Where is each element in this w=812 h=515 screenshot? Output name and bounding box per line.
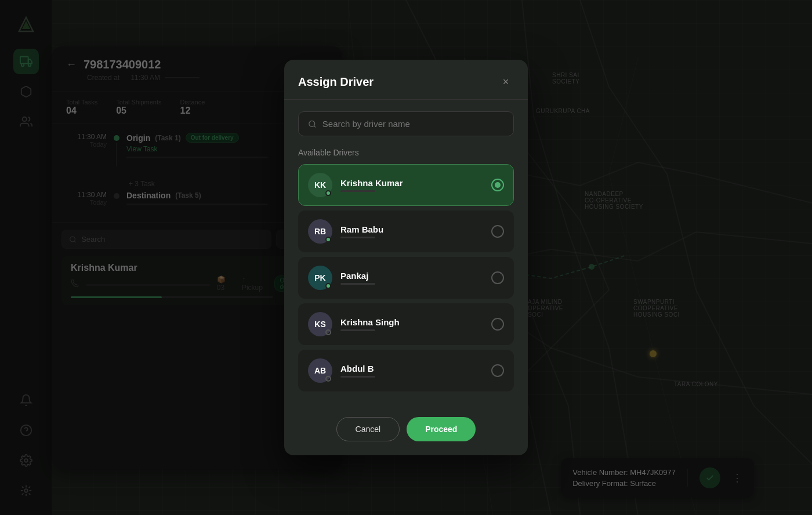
driver-radio-pk[interactable] — [491, 271, 504, 284]
driver-avatar-pk: PK — [308, 266, 332, 290]
driver-avatar-rb: RB — [308, 219, 332, 244]
driver-option-name: Ram Babu — [340, 224, 483, 234]
modal-search-icon — [308, 119, 317, 129]
driver-radio-ab[interactable] — [491, 364, 504, 377]
svg-point-13 — [309, 121, 315, 126]
available-drivers-label: Available Drivers — [298, 148, 514, 157]
modal-header: Assign Driver × — [284, 60, 528, 100]
driver-avatar-ab: AB — [308, 358, 332, 383]
cancel-button[interactable]: Cancel — [336, 417, 400, 441]
driver-option-pk[interactable]: PK Pankaj — [298, 257, 514, 299]
driver-search-input[interactable] — [322, 119, 504, 129]
driver-option-name: Abdul B — [340, 364, 483, 373]
driver-info-pk: Pankaj — [340, 271, 483, 285]
modal-footer: Cancel Proceed — [284, 408, 528, 455]
modal-close-button[interactable]: × — [498, 74, 514, 90]
modal-overlay[interactable]: Assign Driver × Available Drivers KK Kri… — [0, 0, 812, 515]
driver-option-ab[interactable]: AB Abdul B — [298, 350, 514, 391]
driver-option-rb[interactable]: RB Ram Babu — [298, 211, 514, 252]
driver-option-bar — [340, 190, 375, 192]
driver-option-bar — [340, 376, 375, 378]
driver-avatar-kk: KK — [308, 173, 332, 197]
driver-radio-kk[interactable] — [491, 179, 504, 191]
driver-radio-ks[interactable] — [491, 318, 504, 331]
driver-info-ks: Krishna Singh — [340, 317, 483, 331]
driver-option-bar — [340, 283, 375, 285]
modal-title: Assign Driver — [298, 75, 374, 89]
driver-option-name: Pankaj — [340, 271, 483, 281]
assign-driver-modal: Assign Driver × Available Drivers KK Kri… — [284, 60, 528, 455]
driver-info-rb: Ram Babu — [340, 224, 483, 238]
modal-body: Available Drivers KK Krishna Kumar RB Ra… — [284, 100, 528, 408]
driver-option-bar — [340, 237, 375, 238]
driver-option-bar — [340, 329, 375, 331]
driver-radio-rb[interactable] — [491, 225, 504, 238]
drivers-list: KK Krishna Kumar RB Ram Babu PK — [298, 164, 514, 391]
driver-avatar-ks: KS — [308, 312, 332, 336]
driver-info-kk: Krishna Kumar — [340, 178, 483, 192]
driver-option-name: Krishna Singh — [340, 317, 483, 327]
driver-info-ab: Abdul B — [340, 364, 483, 378]
driver-option-name: Krishna Kumar — [340, 178, 483, 188]
driver-search-box[interactable] — [298, 111, 514, 136]
driver-option-kk[interactable]: KK Krishna Kumar — [298, 164, 514, 206]
proceed-button[interactable]: Proceed — [407, 417, 476, 441]
driver-option-ks[interactable]: KS Krishna Singh — [298, 303, 514, 345]
